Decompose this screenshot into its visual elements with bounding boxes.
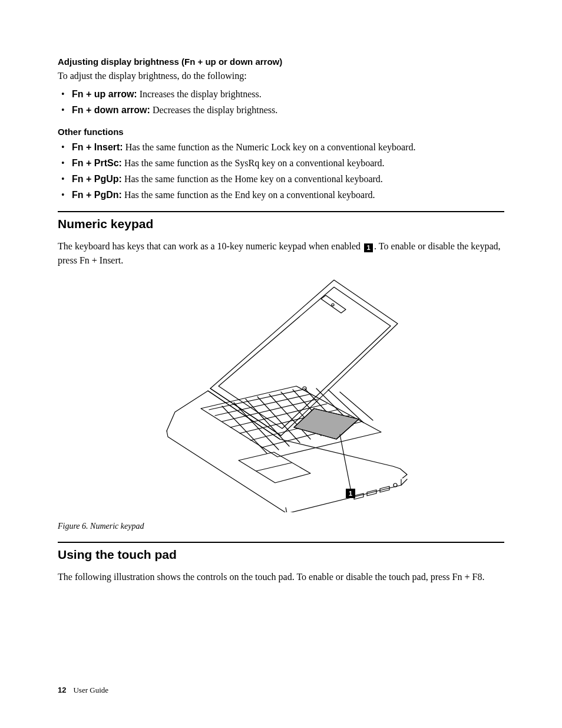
key-label: Fn + Insert: (72, 142, 123, 152)
list-item: Fn + PgUp: Has the same function as the … (72, 171, 504, 187)
numeric-paragraph: The keyboard has keys that can work as a… (58, 239, 504, 266)
key-desc: Increases the display brightness. (137, 89, 262, 99)
list-item: Fn + down arrow: Decreases the display b… (72, 102, 504, 118)
list-item: Fn + Insert: Has the same function as th… (72, 139, 504, 155)
heading-touch-pad: Using the touch pad (58, 548, 504, 562)
list-item: Fn + PgDn: Has the same function as the … (72, 187, 504, 203)
footer-label: User Guide (73, 686, 108, 694)
page-number: 12 (58, 686, 66, 694)
page-footer: 12User Guide (58, 686, 108, 695)
key-label: Fn + up arrow: (72, 89, 137, 99)
heading-numeric-keypad: Numeric keypad (58, 217, 504, 231)
callout-1-inline: 1 (364, 243, 373, 252)
key-label: Fn + PgUp: (72, 174, 122, 184)
figure-callout-1: 1 (346, 489, 355, 498)
list-item: Fn + PrtSc: Has the same function as the… (72, 155, 504, 171)
key-desc: Has the same function as the Home key on… (122, 174, 383, 184)
brightness-list: Fn + up arrow: Increases the display bri… (58, 86, 504, 118)
figure-caption: Figure 6. Numeric keypad (58, 522, 504, 531)
document-page: Adjusting display brightness (Fn + up or… (0, 0, 562, 728)
svg-point-0 (332, 304, 334, 306)
touchpad-paragraph: The following illustration shows the con… (58, 570, 504, 584)
subheading-other: Other functions (58, 127, 504, 137)
numeric-para-before: The keyboard has keys that can work as a… (58, 241, 363, 251)
key-label: Fn + down arrow: (72, 105, 150, 115)
key-desc: Has the same function as the Numeric Loc… (123, 142, 416, 152)
list-item: Fn + up arrow: Increases the display bri… (72, 86, 504, 102)
other-list: Fn + Insert: Has the same function as th… (58, 139, 504, 203)
key-label: Fn + PgDn: (72, 190, 122, 200)
figure-numeric-keypad: 1 (58, 276, 504, 515)
key-desc: Has the same function as the End key on … (122, 190, 375, 200)
section-divider (58, 542, 504, 543)
brightness-intro: To adjust the display brightness, do the… (58, 69, 504, 83)
key-desc: Has the same function as the SysRq key o… (122, 158, 385, 168)
key-label: Fn + PrtSc: (72, 158, 122, 168)
laptop-illustration: 1 (151, 276, 411, 512)
key-desc: Decreases the display brightness. (150, 105, 277, 115)
subheading-brightness: Adjusting display brightness (Fn + up or… (58, 57, 504, 67)
section-divider (58, 211, 504, 212)
figure-callout-1-label: 1 (349, 490, 352, 497)
